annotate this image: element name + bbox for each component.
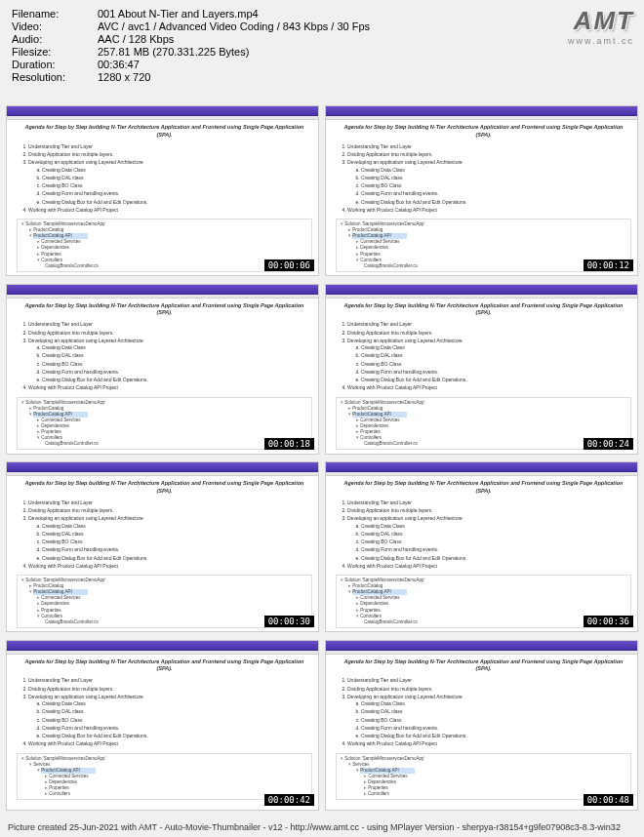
list-item: Creating Data Class: [42, 344, 312, 351]
list-item: Creating Form and handling events.: [361, 546, 631, 553]
list-item: Creating Form and handling events.: [361, 725, 631, 732]
metadata-header: Filename: 001 About N-Tier and Layers.mp…: [0, 0, 644, 105]
list-item: Creating Data Class: [361, 167, 631, 174]
meta-label: Resolution:: [12, 71, 98, 83]
list-item: Creating Form and handling events.: [42, 546, 312, 553]
slide-heading: Agenda for Step by Step building N-Tier …: [336, 480, 631, 496]
slide-heading: Agenda for Step by Step building N-Tier …: [17, 124, 312, 140]
timestamp-badge: 00:00:12: [584, 259, 633, 271]
meta-value: AAC / 128 Kbps: [98, 33, 174, 45]
agenda-list: Understanding Tier and Layer Dividing Ap…: [17, 677, 312, 747]
agenda-list: Understanding Tier and Layer Dividing Ap…: [336, 677, 631, 747]
meta-value: 001 About N-Tier and Layers.mp4: [98, 8, 259, 20]
list-item: Developing an application using Layered …: [28, 159, 312, 206]
footer-text: Picture created 25-Jun-2021 with AMT - A…: [0, 819, 644, 837]
list-item: Dividing Application into multiple layer…: [28, 507, 312, 514]
list-item: Understanding Tier and Layer: [28, 499, 312, 506]
list-item: Creating Data Class: [361, 700, 631, 707]
list-item: Developing an application using Layered …: [347, 338, 631, 384]
meta-value: 00:36:47: [98, 59, 140, 70]
list-item: Developing an application using Layered …: [347, 515, 631, 562]
list-item: Creating Dialog Box for Add and Edit Ope…: [42, 377, 312, 383]
thumbnail: Agenda for Step by Step building N-Tier …: [325, 105, 638, 276]
list-item: Creating BO Class: [42, 182, 312, 189]
list-item: Creating Data Class: [42, 523, 312, 530]
list-item: Understanding Tier and Layer: [28, 677, 312, 684]
slide-content: Agenda for Step by Step building N-Tier …: [326, 120, 637, 217]
timestamp-badge: 00:00:36: [584, 616, 633, 627]
list-item: Working with Product Catalog API Project: [347, 740, 631, 747]
timestamp-badge: 00:00:30: [264, 616, 314, 627]
list-item: Dividing Application into multiple layer…: [347, 507, 631, 514]
agenda-list: Understanding Tier and Layer Dividing Ap…: [336, 321, 631, 391]
list-item: Creating DAL class: [42, 708, 312, 715]
thumbnail: Agenda for Step by Step building N-Tier …: [325, 640, 638, 811]
thumbnail: Agenda for Step by Step building N-Tier …: [325, 461, 638, 632]
list-item: Working with Product Catalog API Project: [28, 563, 312, 570]
list-item: Creating BO Class: [361, 538, 631, 545]
slide-heading: Agenda for Step by Step building N-Tier …: [17, 480, 312, 496]
logo-text: AMT: [568, 6, 634, 36]
window-titlebar: [7, 641, 318, 651]
window-titlebar: [7, 106, 318, 116]
sub-list: Creating Data ClassCreating DAL classCre…: [28, 344, 312, 383]
meta-label: Video:: [12, 20, 98, 32]
slide-content: Agenda for Step by Step building N-Tier …: [7, 476, 318, 573]
list-item: Creating BO Class: [42, 361, 312, 368]
timestamp-badge: 00:00:42: [264, 794, 314, 806]
list-item: Understanding Tier and Layer: [347, 677, 631, 684]
thumbnail: Agenda for Step by Step building N-Tier …: [6, 461, 319, 632]
list-item: Understanding Tier and Layer: [28, 321, 312, 328]
list-item: Developing an application using Layered …: [347, 694, 631, 740]
list-item: Understanding Tier and Layer: [28, 143, 312, 150]
list-item: Creating DAL class: [361, 708, 631, 715]
list-item: Creating BO Class: [42, 717, 312, 724]
list-item: Developing an application using Layered …: [28, 515, 312, 562]
thumbnail: Agenda for Step by Step building N-Tier …: [6, 284, 319, 455]
slide-content: Agenda for Step by Step building N-Tier …: [7, 120, 318, 217]
list-item: Developing an application using Layered …: [347, 159, 631, 206]
list-item: Creating DAL class: [42, 531, 312, 538]
window-titlebar: [326, 106, 637, 116]
meta-resolution: Resolution: 1280 x 720: [12, 71, 632, 83]
list-item: Working with Product Catalog API Project: [28, 384, 312, 391]
list-item: Dividing Application into multiple layer…: [28, 330, 312, 337]
list-item: Creating Data Class: [361, 523, 631, 530]
list-item: Developing an application using Layered …: [28, 694, 312, 740]
list-item: Creating Data Class: [42, 167, 312, 174]
list-item: Creating BO Class: [361, 361, 631, 368]
window-titlebar: [7, 285, 318, 295]
meta-label: Filename:: [12, 8, 98, 20]
list-item: Creating Form and handling events.: [42, 190, 312, 197]
window-titlebar: [326, 462, 637, 472]
list-item: Creating DAL class: [42, 175, 312, 181]
agenda-list: Understanding Tier and Layer Dividing Ap…: [17, 321, 312, 391]
list-item: Creating Data Class: [42, 700, 312, 707]
meta-duration: Duration: 00:36:47: [12, 59, 632, 70]
slide-heading: Agenda for Step by Step building N-Tier …: [336, 658, 631, 674]
list-item: Creating Form and handling events.: [42, 369, 312, 376]
list-item: Creating Data Class: [361, 344, 631, 351]
slide-heading: Agenda for Step by Step building N-Tier …: [336, 124, 631, 140]
sub-list: Creating Data ClassCreating DAL classCre…: [347, 344, 631, 383]
timestamp-badge: 00:00:06: [264, 259, 314, 271]
list-item: Dividing Application into multiple layer…: [347, 686, 631, 693]
list-item: Creating Form and handling events.: [42, 725, 312, 732]
window-titlebar: [326, 285, 637, 295]
meta-value: AVC / avc1 / Advanced Video Coding / 843…: [98, 20, 370, 32]
meta-label: Duration:: [12, 59, 98, 70]
slide-heading: Agenda for Step by Step building N-Tier …: [17, 658, 312, 674]
list-item: Working with Product Catalog API Project: [347, 384, 631, 391]
list-item: Understanding Tier and Layer: [347, 143, 631, 150]
list-item: Dividing Application into multiple layer…: [347, 330, 631, 337]
list-item: Creating Dialog Box for Add and Edit Ope…: [42, 199, 312, 206]
timestamp-badge: 00:00:18: [264, 438, 314, 450]
sub-list: Creating Data ClassCreating DAL classCre…: [28, 167, 312, 206]
thumbnail: Agenda for Step by Step building N-Tier …: [325, 284, 638, 455]
timestamp-badge: 00:00:48: [584, 794, 633, 806]
slide-heading: Agenda for Step by Step building N-Tier …: [17, 302, 312, 318]
list-item: Dividing Application into multiple layer…: [347, 151, 631, 158]
sub-list: Creating Data ClassCreating DAL classCre…: [28, 523, 312, 562]
list-item: Dividing Application into multiple layer…: [28, 686, 312, 693]
thumbnail: Agenda for Step by Step building N-Tier …: [6, 640, 319, 811]
